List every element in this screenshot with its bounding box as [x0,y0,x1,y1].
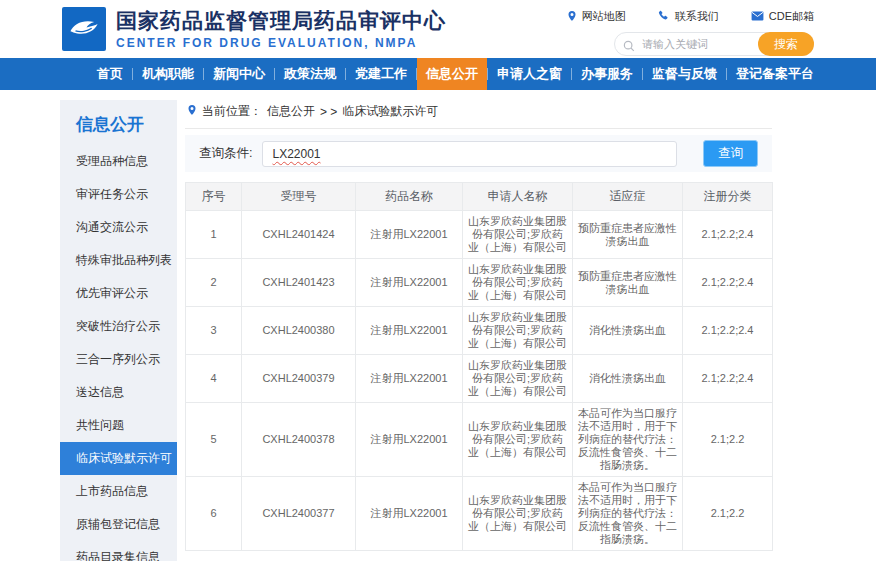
table-cell: CXHL2400378 [242,403,356,477]
contact-link[interactable]: 联系我们 [658,9,719,24]
sidebar-item-12[interactable]: 药品目录集信息 [60,541,177,561]
sidebar-item-8[interactable]: 共性问题 [60,409,177,442]
table-cell: 2 [186,259,242,307]
table-cell: 2.1;2.2;2.4 [683,211,773,259]
breadcrumb-separator: > > [320,105,337,119]
table-cell: 2.1;2.2;2.4 [683,259,773,307]
table-row: 2CXHL2401423注射用LX22001山东罗欣药业集团股份有限公司;罗欣药… [186,259,773,307]
header-right: 网站地图 联系我们 CDE邮箱 搜索 [567,9,814,56]
table-row: 6CXHL2400377注射用LX22001山东罗欣药业集团股份有限公司;罗欣药… [186,477,773,551]
brand-text: 国家药品监督管理局药品审评中心 CENTER FOR DRUG EVALUATI… [116,9,446,50]
column-header-3: 申请人名称 [463,183,573,211]
table-cell: 注射用LX22001 [356,477,463,551]
query-bar: 查询条件: LX22001 查询 [185,135,772,172]
site-search: 搜索 [614,32,814,56]
table-cell: 山东罗欣药业集团股份有限公司;罗欣药业（上海）有限公司 [463,307,573,355]
nav-item-1[interactable]: 机构职能 [133,58,203,90]
table-cell: 预防重症患者应激性溃疡出血 [573,211,683,259]
contact-label: 联系我们 [675,9,719,24]
nav-item-9[interactable]: 登记备案平台 [727,58,823,90]
column-header-2: 药品名称 [356,183,463,211]
search-button[interactable]: 搜索 [758,32,814,56]
table-cell: 1 [186,211,242,259]
results-tbody: 1CXHL2401424注射用LX22001山东罗欣药业集团股份有限公司;罗欣药… [186,211,773,551]
table-cell: 本品可作为当口服疗法不适用时，用于下列病症的替代疗法：反流性食管炎、十二指肠溃疡… [573,477,683,551]
nav-item-4[interactable]: 党建工作 [346,58,416,90]
table-cell: 6 [186,477,242,551]
main-content: 当前位置： 信息公开 > > 临床试验默示许可 查询条件: LX22001 查询… [185,100,772,561]
site-brand: 国家药品监督管理局药品审评中心 CENTER FOR DRUG EVALUATI… [62,7,446,51]
breadcrumb-prefix: 当前位置： [202,103,262,120]
sidebar-item-1[interactable]: 审评任务公示 [60,178,177,211]
table-cell: 山东罗欣药业集团股份有限公司;罗欣药业（上海）有限公司 [463,259,573,307]
nav-item-3[interactable]: 政策法规 [275,58,345,90]
table-cell: CXHL2400380 [242,307,356,355]
table-cell: 山东罗欣药业集团股份有限公司;罗欣药业（上海）有限公司 [463,211,573,259]
site-header: 国家药品监督管理局药品审评中心 CENTER FOR DRUG EVALUATI… [0,0,876,58]
table-row: 5CXHL2400378注射用LX22001山东罗欣药业集团股份有限公司;罗欣药… [186,403,773,477]
location-pin-icon [187,104,197,119]
sidebar-item-4[interactable]: 优先审评公示 [60,277,177,310]
site-title: 国家药品监督管理局药品审评中心 [116,9,446,33]
search-icon [623,38,635,56]
sitemap-link[interactable]: 网站地图 [567,9,626,24]
nav-item-7[interactable]: 办事服务 [572,58,642,90]
mail-icon [751,11,764,23]
column-header-5: 注册分类 [683,183,773,211]
sidebar-item-9[interactable]: 临床试验默示许可 [60,442,177,475]
query-input[interactable]: LX22001 [262,141,676,167]
sidebar-item-5[interactable]: 突破性治疗公示 [60,310,177,343]
table-cell: 消化性溃疡出血 [573,307,683,355]
cde-logo [62,7,106,51]
table-cell: CXHL2401423 [242,259,356,307]
sidebar-item-2[interactable]: 沟通交流公示 [60,211,177,244]
table-cell: 4 [186,355,242,403]
table-header-row: 序号受理号药品名称申请人名称适应症注册分类 [186,183,773,211]
table-cell: CXHL2400379 [242,355,356,403]
table-cell: 3 [186,307,242,355]
table-cell: 2.1;2.2 [683,477,773,551]
table-cell: 山东罗欣药业集团股份有限公司;罗欣药业（上海）有限公司 [463,355,573,403]
results-table: 序号受理号药品名称申请人名称适应症注册分类 1CXHL2401424注射用LX2… [185,182,773,551]
sidebar-item-6[interactable]: 三合一序列公示 [60,343,177,376]
breadcrumb-current[interactable]: 临床试验默示许可 [342,103,438,120]
sidebar-item-7[interactable]: 送达信息 [60,376,177,409]
table-row: 1CXHL2401424注射用LX22001山东罗欣药业集团股份有限公司;罗欣药… [186,211,773,259]
query-button[interactable]: 查询 [703,140,758,167]
table-cell: 2.1;2.2;2.4 [683,307,773,355]
nav-item-2[interactable]: 新闻中心 [204,58,274,90]
sidebar-title: 信息公开 [60,100,177,145]
sidebar-menu: 受理品种信息审评任务公示沟通交流公示特殊审批品种列表优先审评公示突破性治疗公示三… [60,145,177,561]
phone-icon [658,10,670,24]
sidebar-item-0[interactable]: 受理品种信息 [60,145,177,178]
nav-item-6[interactable]: 申请人之窗 [488,58,571,90]
table-cell: 山东罗欣药业集团股份有限公司;罗欣药业（上海）有限公司 [463,403,573,477]
breadcrumb-section[interactable]: 信息公开 [267,103,315,120]
table-cell: 注射用LX22001 [356,403,463,477]
table-row: 4CXHL2400379注射用LX22001山东罗欣药业集团股份有限公司;罗欣药… [186,355,773,403]
nav-item-5[interactable]: 信息公开 [417,58,487,90]
utility-links: 网站地图 联系我们 CDE邮箱 [567,9,814,24]
table-cell: CXHL2401424 [242,211,356,259]
table-cell: 本品可作为当口服疗法不适用时，用于下列病症的替代疗法：反流性食管炎、十二指肠溃疡… [573,403,683,477]
sidebar-item-10[interactable]: 上市药品信息 [60,475,177,508]
table-cell: 注射用LX22001 [356,211,463,259]
table-cell: 预防重症患者应激性溃疡出血 [573,259,683,307]
column-header-1: 受理号 [242,183,356,211]
mailbox-link[interactable]: CDE邮箱 [751,9,814,24]
sidebar-item-3[interactable]: 特殊审批品种列表 [60,244,177,277]
sidebar: 信息公开 受理品种信息审评任务公示沟通交流公示特殊审批品种列表优先审评公示突破性… [60,100,177,561]
table-cell: 5 [186,403,242,477]
mailbox-label: CDE邮箱 [769,9,814,24]
nav-item-0[interactable]: 首页 [88,58,132,90]
table-cell: 注射用LX22001 [356,259,463,307]
site-title-en: CENTER FOR DRUG EVALUATION, NMPA [116,36,446,50]
table-cell: 消化性溃疡出血 [573,355,683,403]
breadcrumb: 当前位置： 信息公开 > > 临床试验默示许可 [185,100,772,129]
nav-item-8[interactable]: 监督与反馈 [643,58,726,90]
query-label: 查询条件: [199,145,252,162]
sidebar-item-11[interactable]: 原辅包登记信息 [60,508,177,541]
table-cell: 注射用LX22001 [356,355,463,403]
table-cell: CXHL2400377 [242,477,356,551]
main-nav: 首页机构职能新闻中心政策法规党建工作信息公开申请人之窗办事服务监督与反馈登记备案… [0,58,876,90]
